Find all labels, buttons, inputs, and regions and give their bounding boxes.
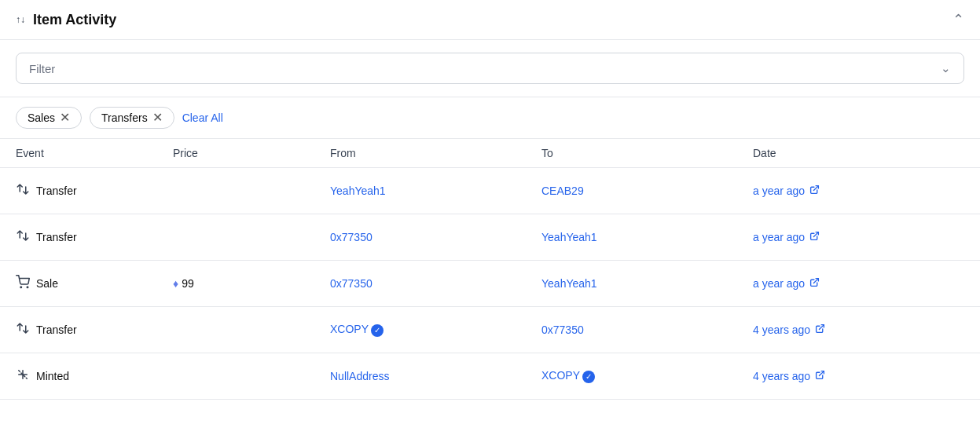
filter-dropdown[interactable]: Filter ⌄ [16, 53, 964, 84]
svg-line-1 [814, 232, 819, 237]
external-link-icon[interactable] [815, 370, 825, 382]
sales-tag[interactable]: Sales ✕ [16, 107, 82, 129]
to-link[interactable]: XCOPY✓ [541, 369, 595, 382]
item-activity-header: ↑↓ Item Activity ⌃ [0, 0, 980, 40]
sales-tag-label: Sales [28, 111, 55, 124]
date-cell: 4 years ago [753, 324, 964, 336]
svg-point-2 [20, 287, 22, 288]
price-cell: ♦99 [173, 277, 330, 290]
activity-table: Event Price From To Date Transfer YeahYe… [0, 139, 980, 400]
table-row: Transfer YeahYeah1 CEAB29 a year ago [0, 168, 980, 214]
transfer-icon [16, 182, 30, 199]
date-link[interactable]: 4 years ago [753, 370, 810, 382]
event-cell: Transfer [16, 182, 173, 199]
eth-icon: ♦ [173, 277, 178, 290]
table-row: Minted NullAddress XCOPY✓ 4 years ago [0, 353, 980, 400]
page-title: Item Activity [33, 12, 116, 28]
table-header: Event Price From To Date [0, 139, 980, 168]
external-link-icon[interactable] [809, 231, 820, 243]
to-link[interactable]: 0x77350 [541, 324, 584, 336]
sale-icon [16, 275, 30, 292]
svg-point-3 [27, 287, 28, 288]
event-label: Transfer [36, 185, 77, 197]
to-cell: CEAB29 [541, 185, 753, 197]
sales-tag-remove[interactable]: ✕ [60, 111, 70, 124]
filter-section: Filter ⌄ [0, 40, 980, 97]
external-link-icon[interactable] [815, 324, 825, 336]
transfers-tag-label: Transfers [101, 111, 148, 124]
header-left: ↑↓ Item Activity [16, 12, 116, 28]
external-link-icon[interactable] [809, 277, 820, 290]
from-cell: YeahYeah1 [330, 185, 541, 197]
date-link[interactable]: 4 years ago [753, 324, 810, 336]
col-from: From [330, 147, 541, 159]
sort-icon: ↑↓ [16, 14, 25, 25]
to-cell: XCOPY✓ [541, 369, 753, 383]
external-link-icon[interactable] [809, 185, 820, 197]
to-cell: 0x77350 [541, 324, 753, 336]
from-link[interactable]: 0x77350 [330, 231, 373, 243]
date-link[interactable]: a year ago [753, 185, 805, 197]
from-cell: NullAddress [330, 370, 541, 382]
event-label: Transfer [36, 324, 77, 336]
clear-all-button[interactable]: Clear All [182, 111, 223, 124]
col-date: Date [753, 147, 964, 159]
price-value: 99 [182, 277, 194, 290]
verified-badge: ✓ [371, 324, 384, 337]
event-label: Transfer [36, 231, 77, 243]
to-link[interactable]: YeahYeah1 [541, 231, 597, 243]
col-price: Price [173, 147, 330, 159]
transfer-icon [16, 228, 30, 246]
from-cell: 0x77350 [330, 277, 541, 290]
from-link[interactable]: YeahYeah1 [330, 185, 386, 197]
from-cell: 0x77350 [330, 231, 541, 243]
tags-section: Sales ✕ Transfers ✕ Clear All [0, 97, 980, 139]
chevron-down-icon: ⌄ [941, 61, 951, 75]
from-link[interactable]: XCOPY✓ [330, 323, 384, 335]
table-row: Sale ♦99 0x77350 YeahYeah1 a year ago [0, 261, 980, 307]
svg-line-4 [814, 279, 819, 283]
from-link[interactable]: NullAddress [330, 370, 389, 382]
date-link[interactable]: a year ago [753, 277, 805, 290]
col-event: Event [16, 147, 173, 159]
event-cell: Minted [16, 367, 173, 385]
transfers-tag-remove[interactable]: ✕ [152, 111, 163, 124]
to-link[interactable]: CEAB29 [541, 185, 584, 197]
svg-line-9 [820, 371, 824, 376]
date-cell: 4 years ago [753, 370, 964, 382]
filter-label: Filter [29, 62, 55, 75]
table-row: Transfer XCOPY✓ 0x77350 4 years ago [0, 307, 980, 353]
table-row: Transfer 0x77350 YeahYeah1 a year ago [0, 214, 980, 261]
transfer-icon [16, 321, 30, 338]
table-body: Transfer YeahYeah1 CEAB29 a year ago Tra… [0, 168, 980, 400]
minted-icon [16, 367, 30, 385]
to-cell: YeahYeah1 [541, 231, 753, 243]
svg-line-5 [820, 325, 824, 330]
verified-badge: ✓ [582, 371, 595, 383]
event-label: Sale [36, 277, 58, 290]
date-cell: a year ago [753, 277, 964, 290]
event-cell: Sale [16, 275, 173, 292]
date-cell: a year ago [753, 231, 964, 243]
date-cell: a year ago [753, 185, 964, 197]
transfers-tag[interactable]: Transfers ✕ [90, 107, 174, 129]
date-link[interactable]: a year ago [753, 231, 805, 243]
col-to: To [541, 147, 753, 159]
to-cell: YeahYeah1 [541, 277, 753, 290]
from-cell: XCOPY✓ [330, 323, 541, 337]
event-label: Minted [36, 370, 69, 382]
event-cell: Transfer [16, 228, 173, 246]
to-link[interactable]: YeahYeah1 [541, 277, 597, 290]
event-cell: Transfer [16, 321, 173, 338]
collapse-icon[interactable]: ⌃ [952, 11, 964, 28]
svg-line-0 [814, 186, 819, 191]
from-link[interactable]: 0x77350 [330, 277, 373, 290]
